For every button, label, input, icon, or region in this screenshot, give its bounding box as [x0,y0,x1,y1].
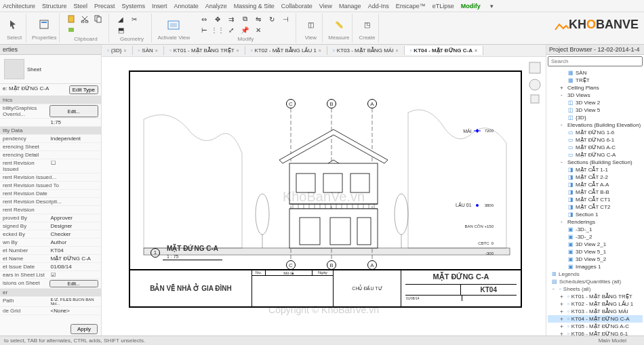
split-button[interactable]: ⊢ [198,25,210,35]
tree-item[interactable]: ▦TRỆT [548,77,643,84]
ribbon-tab-manage[interactable]: Manage [339,3,361,9]
drawing-canvas[interactable]: C B A [102,57,546,336]
tree-item[interactable]: ◨MẶT CẮT B-B [548,188,643,196]
tree-item[interactable]: ▭MẶT ĐỨNG 1-6 [548,129,643,136]
tree-item[interactable]: ◨MẶT CẮT CT2 [548,203,643,211]
tree-item[interactable]: +Ceiling Plans [548,84,643,92]
edit-vg-button[interactable]: Edit... [49,105,99,117]
join-button[interactable]: ⬒ [115,25,127,35]
ribbon-tab-structure[interactable]: Structure [42,3,67,9]
tree-item[interactable]: -▫Sheets (all) [548,285,643,293]
tree-item[interactable]: ▣Imagges 1 [548,263,643,270]
view-tab[interactable]: ▫KT04 - MẶT ĐỨNG C-A× [405,46,484,55]
close-tab-icon[interactable]: × [319,48,321,53]
delete-button[interactable]: ✕ [252,25,264,35]
tree-item[interactable]: +▫KT06 - MẶT ĐỨNG 6-1 [548,330,643,336]
tree-item[interactable]: +▫KT04 - MẶT ĐỨNG C-A [548,315,643,323]
rn-icon: ▣ [568,241,573,247]
ribbon-tab-massing-site[interactable]: Massing & Site [234,3,275,9]
tree-item[interactable]: ⊞Legends [548,270,643,278]
ribbon-tab-analyze[interactable]: Analyze [205,3,227,9]
tree-item[interactable]: ▤Schedules/Quantities (all) [548,278,643,285]
grid-bubble-b: B [327,99,336,108]
ribbon-tab-enscape-[interactable]: Enscape™ [396,3,426,9]
tree-item[interactable]: -Sections (Building Section) [548,159,643,166]
tree-item[interactable]: +▫KT02 - MẶT BẰNG LẦU 1 [548,300,643,308]
tree-item[interactable]: +▫KT05 - MẶT ĐỨNG A-C [548,323,643,330]
close-tab-icon[interactable]: × [237,48,239,53]
tree-item[interactable]: +▫KT03 - MẶT BẰNG MÁI [548,308,643,315]
ribbon-tab-steel[interactable]: Steel [74,3,88,9]
nav-bar[interactable] [528,61,542,130]
browser-tree: ▦SÀN▦TRỆT+Ceiling Plans-3D Views◫3D View… [546,68,644,336]
view-tab[interactable]: ▫SÀN× [133,46,164,55]
rotate-button[interactable]: ↻ [266,14,278,24]
ribbon-tab-add-ins[interactable]: Add-Ins [368,3,389,9]
tree-item[interactable]: ◨MẶT CẮT 2-2 [548,174,643,181]
ribbon-tab-annotate[interactable]: Annotate [174,3,199,9]
close-tab-icon[interactable]: × [475,48,477,53]
copy-button[interactable] [92,14,104,24]
cope-button[interactable]: ◢ [115,14,127,24]
tree-item[interactable]: -3D Views [548,92,643,99]
tree-item[interactable]: ▣-3D-_1 [548,226,643,233]
properties-button[interactable] [35,16,53,33]
create-button[interactable]: ◳ [358,16,376,33]
pin-button[interactable]: 📌 [239,25,251,35]
tree-item[interactable]: -Renderings [548,218,643,226]
move-button[interactable]: ✥ [212,14,224,24]
tree-item[interactable]: ▣3D View 5_1 [548,248,643,256]
trim-button[interactable]: ⊣ [279,14,291,24]
close-tab-icon[interactable]: × [155,48,158,53]
ribbon-tab-modify[interactable]: Modify [461,3,481,9]
array-button[interactable]: ⋮⋮ [212,25,224,35]
view-tab[interactable]: ▫KT03 - MẶT BẰNG MÁI× [327,46,405,55]
copy-mod-button[interactable]: ⧉ [239,14,251,24]
apply-button[interactable]: Apply [71,324,98,334]
ribbon-tab-collaborate[interactable]: Collaborate [281,3,313,9]
view-tab[interactable]: ▫KT02 - MẶT BẰNG LẦU 1× [245,46,327,55]
ribbon-tab-architecture[interactable]: Architecture [3,3,35,9]
edit-type-button[interactable]: Edit Type [69,85,98,94]
match-button[interactable] [65,25,77,35]
ribbon-tab-etlipse[interactable]: eTLipse [432,3,454,9]
close-tab-icon[interactable]: × [123,48,126,53]
ribbon-tab-view[interactable]: View [319,3,332,9]
close-tab-icon[interactable]: × [395,48,398,53]
tree-item[interactable]: ◨MẶT CẮT A-A [548,181,643,188]
paste-button[interactable] [65,14,77,24]
tree-item[interactable]: +▫KT01 - MẶT BẰNG TRỆT [548,293,643,300]
cut-button[interactable] [79,14,91,24]
modify-button[interactable] [5,16,23,33]
view-tab[interactable]: ▫KT01 - MẶT BẰNG TRỆT× [164,46,245,55]
tree-item[interactable]: ▣-3D-_2 [548,233,643,241]
tree-item[interactable]: ◨MẶT CẮT CT1 [548,196,643,203]
type-selector[interactable]: e: MẶT ĐỨNG C-A [3,85,69,94]
tree-item[interactable]: ▭MẶT ĐỨNG 6-1 [548,136,643,144]
cut-geom-button[interactable]: ✂ [128,14,140,24]
ribbon-tab-precast[interactable]: Precast [94,3,115,9]
tree-item[interactable]: ◫3D View 5 [548,106,643,114]
ribbon-tab-systems[interactable]: Systems [122,3,146,9]
browser-search[interactable] [548,56,643,66]
tree-item[interactable]: ◨Section 1 [548,211,643,218]
tree-item[interactable]: ▭MẶT ĐỨNG A-C [548,144,643,151]
tree-item[interactable]: ▭MẶT ĐỨNG C-A [548,151,643,159]
align-button[interactable]: ⇔ [198,14,210,24]
measure-button[interactable]: 📏 [330,16,348,33]
edit-rev-button[interactable]: Edit... [49,280,99,287]
tree-item[interactable]: ◫3D View 2 [548,99,643,106]
tree-item[interactable]: ▣3D View 2_1 [548,241,643,248]
scale-button[interactable]: ⤢ [225,25,237,35]
tree-item[interactable]: ▦SÀN [548,69,643,77]
view-tab[interactable]: ▫{3D}× [102,46,133,55]
activate-view-button[interactable] [165,16,182,34]
tree-item[interactable]: ◨MẶT CẮT 1-1 [548,166,643,174]
tree-item[interactable]: -Elevations (Building Elevation) [548,121,643,129]
mirror-button[interactable]: ⇋ [252,14,264,24]
offset-button[interactable]: ⇉ [225,14,237,24]
view-button[interactable]: ◫ [302,16,319,33]
tree-item[interactable]: ▣3D View 5_2 [548,256,643,263]
ribbon-tab-insert[interactable]: Insert [152,3,167,9]
tree-item[interactable]: ◫{3D} [548,114,643,121]
